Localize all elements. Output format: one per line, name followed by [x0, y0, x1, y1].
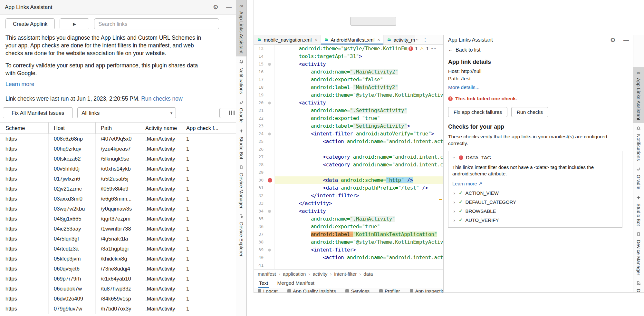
table-row[interactable]: https05kfcp3jvm/khidckix8g.MainActivity1	[0, 254, 246, 264]
table-row[interactable]: https079g9luv7w/h7bd07ox3y.MainActivity1	[0, 304, 246, 314]
table-cell: /qgrt37ezpm	[96, 214, 140, 224]
check-action_view[interactable]: ›✓ACTION_VIEW	[452, 190, 618, 196]
table-row[interactable]: https04r5lqn3gf/4g5nalc1la.MainActivity1	[0, 234, 246, 244]
table-row[interactable]: https06ciudok7w/tu87hwp33z.MainActivity1	[0, 284, 246, 294]
tool-tab-studio-bot[interactable]: Studio Bot	[236, 126, 246, 162]
fold-marker-icon[interactable]	[268, 133, 271, 135]
bottom-tool-tab[interactable]: Services	[345, 288, 370, 292]
tool-tab-device-explorer[interactable]: Device Explorer	[633, 278, 644, 292]
tool-tab-device-explorer[interactable]: Device Explorer	[236, 211, 246, 260]
table-row[interactable]: https069p7r79rh/c1x64yab10.MainActivity1	[0, 274, 246, 284]
code-text: android:name=".SettingsActivity"	[275, 107, 443, 114]
table-row[interactable]: https00hq9zrkqv/yzu4kpeas7.MainActivity1	[0, 144, 246, 154]
data-tag-learn-more-link[interactable]: Learn more ↗	[452, 181, 482, 187]
table-cell: .MainActivity	[140, 174, 181, 184]
back-to-list-link[interactable]: ← Back to list	[448, 47, 480, 53]
check-data-tag[interactable]: › ! DATA_TAG	[452, 155, 618, 161]
close-icon[interactable]: ×	[378, 37, 380, 42]
code-text: <category android:name="android.intent.c…	[275, 161, 443, 169]
table-row[interactable]: https04ic253aay/1wwnfbr738.MainActivity1	[0, 224, 246, 234]
next-issue-chevron[interactable]: ›	[433, 48, 438, 50]
table-row[interactable]: https060qv5jct6/73ne8udqj4.MainActivity1	[0, 264, 246, 274]
learn-more-link[interactable]: Learn more	[5, 81, 34, 88]
gutter-error-icon[interactable]: !	[268, 178, 272, 183]
check-browsable[interactable]: ›✓BROWSABLE	[452, 208, 618, 214]
fold-marker-icon[interactable]	[268, 63, 271, 66]
run-button[interactable]: ▶	[60, 18, 89, 29]
check-auto_verify[interactable]: ›✓AUTO_VERIFY	[452, 217, 618, 223]
column-header[interactable]: Scheme	[0, 123, 49, 133]
host-line: Host: http://null	[448, 68, 628, 74]
tab-merged-manifest[interactable]: Merged Manifest	[276, 279, 315, 287]
tool-tab-notifications[interactable]: Notifications	[236, 56, 246, 97]
tab-list-chevron-icon[interactable]: ›	[415, 35, 421, 44]
fix-app-check-failures-button[interactable]: Fix app check failures	[448, 107, 507, 117]
breadcrumb-item[interactable]: application	[283, 271, 306, 277]
table-row[interactable]: https06dv02o409/84k659v1sp.MainActivity1	[0, 294, 246, 304]
line-number: 21	[254, 107, 266, 114]
table-cell: 04r5lqn3gf	[49, 234, 96, 244]
tool-tab-device-manager[interactable]: Device Manager	[236, 162, 246, 212]
inspection-widget: ! 1 ⚠ 1 › ›	[407, 46, 438, 52]
table-row[interactable]: https03axxd3mi0/e6g63mim....MainActivity…	[0, 194, 246, 204]
table-row[interactable]: https02jv21zzmc/l059v8t4e9.MainActivity1	[0, 184, 246, 194]
editor-tab-mobile_navigation-xml[interactable]: mobile_navigation.xml×	[254, 35, 321, 44]
fold-marker-icon[interactable]	[268, 249, 271, 252]
table-row[interactable]: https017jwlxzn6/u5t2usab5j.MainActivity1	[0, 174, 246, 184]
breadcrumb-item[interactable]: intent-filter	[334, 271, 357, 277]
bottom-tool-tab[interactable]: App Inspection	[410, 288, 444, 292]
run-checks-button[interactable]: Run checks	[511, 107, 548, 117]
table-row[interactable]: https03wq7w2kbu/y0qqimaw3s.MainActivity1	[0, 204, 246, 214]
column-header[interactable]: Activity name	[140, 123, 181, 133]
app-links-assistant-window: App Links Assistant ⚙ — Create Applink ▶…	[0, 0, 247, 316]
table-row[interactable]: https048jg1x665/qgrt37ezpm.MainActivity1	[0, 214, 246, 224]
code-editor[interactable]: 13 android:theme="@style/Theme.KotlinEmp…	[254, 45, 443, 269]
breadcrumb-item[interactable]: manifest	[258, 271, 276, 277]
tool-tab-app-links-assistant[interactable]: ∞App Links Assistant	[236, 0, 246, 56]
check-default_category[interactable]: ›✓DEFAULT_CATEGORY	[452, 199, 618, 205]
gutter	[266, 45, 275, 53]
bottom-tool-tab[interactable]: Profiler	[379, 288, 400, 292]
tool-tab-gradle[interactable]: Gradle	[236, 97, 246, 125]
bottom-tool-tab[interactable]: Logcat	[258, 288, 278, 292]
run-checks-now-link[interactable]: Run checks now	[141, 95, 182, 102]
column-header[interactable]: Host	[49, 123, 96, 133]
error-count-icon: !	[409, 46, 413, 51]
table-cell: 1	[181, 284, 223, 294]
table-row[interactable]: https00v5hhld0j/o0xhs14ykb.MainActivity1	[0, 164, 246, 174]
assistant-gear-icon[interactable]: ⚙	[610, 37, 616, 43]
table-cell: .MainActivity	[140, 244, 181, 254]
tool-tab-device-manager[interactable]: Device Manager	[633, 229, 644, 278]
tab-text[interactable]: Text	[258, 279, 269, 287]
android-studio-window: mobile_navigation.xml×AndroidManifest.xm…	[254, 0, 644, 293]
table-row[interactable]: https04rtcqtz3a/3a1hgptqgi.MainActivity1	[0, 244, 246, 254]
breadcrumb-item[interactable]: activity	[312, 271, 327, 277]
create-applink-button[interactable]: Create Applink	[5, 18, 55, 29]
breadcrumb-item[interactable]: data	[363, 271, 373, 277]
table-row[interactable]: https008c6z68np/407e09q5x0.MainActivity1	[0, 134, 246, 144]
bottom-tool-tab-label: Logcat	[263, 288, 278, 292]
column-header[interactable]: App check f...	[181, 123, 223, 133]
fold-marker-icon[interactable]	[268, 102, 271, 104]
assistant-minimize-icon[interactable]: —	[623, 37, 629, 43]
settings-gear-icon[interactable]: ⚙	[213, 4, 218, 10]
scrollbar-warning-mark[interactable]	[439, 199, 442, 200]
fix-all-manifest-issues-button[interactable]: Fix All Manifest Issues	[3, 107, 73, 118]
bottom-tool-tab[interactable]: App Quality Insights	[287, 288, 336, 292]
table-cell: https	[0, 194, 49, 204]
fold-marker-icon[interactable]	[268, 210, 271, 213]
tool-tab-studio-bot[interactable]: Studio Bot	[633, 193, 644, 229]
editor-tab-androidmanifest-xml[interactable]: AndroidManifest.xml×	[321, 35, 384, 44]
tool-tab-gradle[interactable]: Gradle	[633, 164, 644, 192]
tool-tab-notifications[interactable]: Notifications	[633, 123, 644, 164]
more-options-icon[interactable]: ⋮	[421, 35, 430, 44]
table-row[interactable]: https00tskcza62/5lknugk9se.MainActivity1	[0, 154, 246, 164]
more-details-link[interactable]: More details...	[448, 84, 479, 90]
links-filter-dropdown[interactable]: All links ▾	[77, 107, 176, 118]
search-input[interactable]	[94, 18, 219, 29]
column-header[interactable]: Path	[96, 123, 140, 133]
minimize-icon[interactable]: —	[226, 5, 232, 10]
tool-tab-app-links-assistant[interactable]: ∞App Links Assistant	[633, 67, 644, 123]
close-icon[interactable]: ×	[314, 37, 317, 42]
editor-tab-activity_m[interactable]: activity_m	[384, 35, 415, 44]
